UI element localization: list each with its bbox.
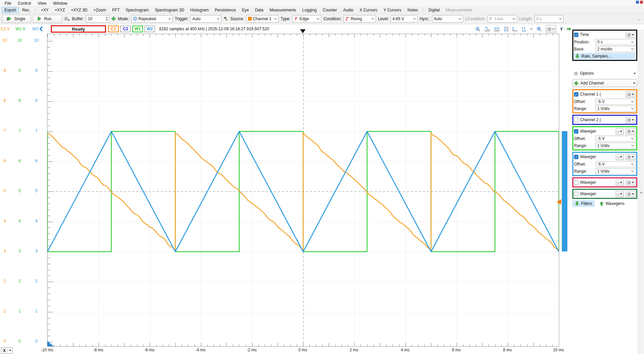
zoom-1x-icon[interactable]: 1 [475,27,481,32]
menu-window[interactable]: Window [50,0,71,6]
tab-digital[interactable]: Digital [426,7,442,13]
time-position-dropdown[interactable]: 0 s [596,39,636,45]
waveform-plot[interactable] [47,34,559,347]
tab-persistence[interactable]: Persistence [212,7,239,13]
wavegen-1-checkbox[interactable]: ✓ [574,129,578,134]
chevron-down-icon[interactable] [530,28,533,30]
tab-data[interactable]: Data [252,7,266,13]
wavegen-1-gear-button[interactable] [625,128,636,135]
source-dropdown[interactable]: Channel 1 [246,15,279,23]
scroll-up-icon[interactable] [640,31,643,354]
x-axis-button[interactable]: X [1,347,13,354]
wavegen-4-gear-button[interactable] [625,191,636,197]
run-button[interactable]: Run [33,15,62,23]
rate-samples-button[interactable]: Rate, Samples... [574,53,636,60]
window-close-button[interactable] [640,1,643,4]
corner-ruler-icon[interactable] [512,27,517,32]
time-base-dropdown[interactable]: 2 ms/div [596,46,636,52]
expand-right-icon[interactable] [567,27,571,31]
tab-spectrogram-3d[interactable]: Spectrogram 3D [152,7,187,13]
tab-audio[interactable]: Audio [341,7,356,13]
tab-histogram[interactable]: Histogram [188,7,212,13]
time-gear-button[interactable] [625,32,636,38]
tab-rec-[interactable]: Rec. [20,7,33,13]
tab--xyz[interactable]: +XYZ [52,7,67,13]
vertical-measure-icon[interactable] [503,27,508,32]
wavegen-2-gear-button[interactable] [625,154,636,160]
w2-offset-scrollbar[interactable] [562,131,567,251]
time-checkbox[interactable]: ✓ [574,33,578,37]
tab-logging[interactable]: Logging [299,7,319,13]
plot-settings-button[interactable] [546,25,556,33]
channel-1-range-dropdown[interactable]: 1 V/div [596,106,636,112]
type-dropdown[interactable]: Edge [292,15,321,23]
badge-w2[interactable]: W2 [144,26,155,32]
wavegen-2-wave-button[interactable]: -- [616,154,624,160]
tab--xyz-3d[interactable]: +XYZ 3D [68,7,90,13]
mode-dropdown[interactable]: Repeated [131,15,173,23]
channel-1-gear-button[interactable] [625,91,636,98]
tab-fft[interactable]: FFT [109,7,122,13]
level-dropdown[interactable]: 4.65 V [391,15,418,23]
channel-1-checkbox[interactable]: ✓ [574,92,578,97]
tab-y-cursors[interactable]: Y Cursors [381,7,404,13]
wavegen-1-range-dropdown[interactable]: 1 V/div [596,143,636,149]
wavegen-1-wave-button[interactable]: -- [616,128,624,135]
tab-export[interactable]: Export [2,7,19,13]
wavegen-3-gear-button[interactable] [625,179,636,186]
tab-spectrogram[interactable]: Spectrogram [123,7,151,13]
menu-view[interactable]: View [34,0,50,6]
wavegen-3-checkbox[interactable] [574,180,578,185]
condition-dropdown[interactable]: Rising [344,15,376,23]
zoom-fit-icon[interactable] [537,27,542,32]
x-position-marker[interactable] [47,341,53,346]
hysteresis-dropdown[interactable]: Auto [432,15,463,23]
wavegen-2-checkbox[interactable]: ✓ [574,155,578,159]
window-restore-button[interactable] [636,1,639,4]
tab-measurements[interactable]: Measurements [443,7,475,13]
wavegen-2-offset-dropdown[interactable]: -5 V [596,161,636,167]
trigger-time-marker[interactable] [300,29,306,33]
length-dropdown[interactable]: 0 s [535,15,564,23]
badge-c2[interactable]: C2 [120,26,131,32]
menu-file[interactable]: File [1,0,14,6]
wavegen-3-wave-button[interactable]: -- [616,179,624,186]
single-button[interactable]: 1 Single [2,15,31,23]
run-label: Run [44,16,51,21]
trigger-dropdown[interactable]: Auto [190,15,221,23]
y-axis-button[interactable]: Y [560,27,563,32]
quad-view-icon[interactable]: 1 23 4 [521,26,526,32]
buffer-spinbox[interactable]: 10 [86,15,109,23]
toolbar-overflow-button[interactable]: ... [637,16,642,21]
spinner-arrows-icon[interactable] [105,16,108,22]
tab--zoom[interactable]: +Zoom [91,7,109,13]
tab-notes[interactable]: Notes [405,7,421,13]
tab--xy[interactable]: +XY [38,7,51,13]
badge-w1[interactable]: W1 [132,26,143,32]
wavegen-1-offset-dropdown[interactable]: -5 V [596,136,636,142]
add-channel-button[interactable]: Add Channel [572,79,637,87]
options-button[interactable]: Options [572,70,637,77]
filters-button[interactable]: Filters [572,200,595,207]
panel-scrollbar[interactable] [638,30,644,354]
tab-eye[interactable]: Eye [239,7,252,13]
pointer-measure-icon[interactable] [485,27,490,32]
trigger-level-marker[interactable] [557,199,561,205]
channel-1-offset-dropdown[interactable]: -5 V [596,99,636,105]
buffer-gear-icon[interactable] [64,16,70,21]
trigger-setup-icon[interactable] [223,16,228,21]
wavegen-4-wave-button[interactable]: -- [616,191,624,197]
horizontal-measure-icon[interactable] [494,27,500,32]
add-instrument-icon[interactable] [111,16,116,21]
tab-measurements[interactable]: Measurements [267,7,299,13]
wavegen-4-checkbox[interactable] [574,192,578,196]
badge-c1[interactable]: C1 [108,26,119,32]
channel-2-checkbox[interactable] [574,118,578,122]
menu-control[interactable]: Control [14,0,34,6]
wavegen-2-range-dropdown[interactable]: 1 V/div [596,168,636,174]
tab-x-cursors[interactable]: X Cursors [357,7,380,13]
lcondition-dropdown[interactable]: Less [488,15,517,23]
channel-2-gear-button[interactable] [625,117,636,123]
wavegens-button[interactable]: Wavegens [598,200,626,207]
tab-counter[interactable]: Counter [320,7,340,13]
